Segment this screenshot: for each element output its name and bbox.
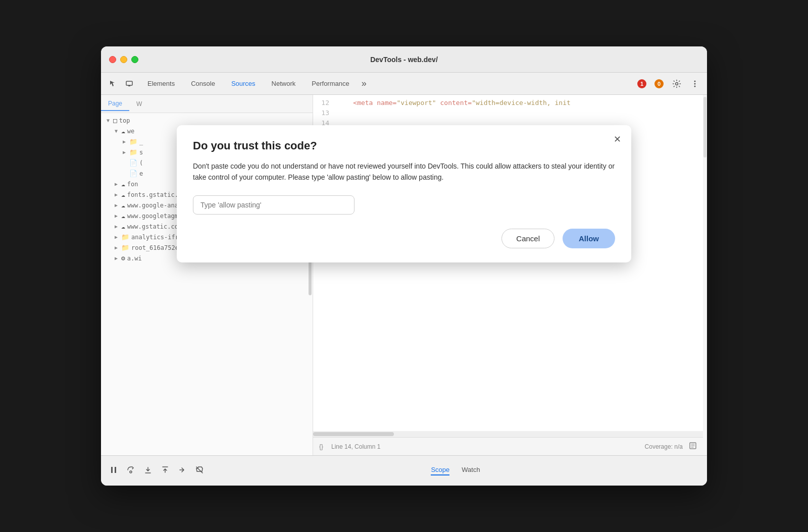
warning-count: 0 bbox=[658, 81, 661, 87]
modal-body: Don't paste code you do not understand o… bbox=[193, 161, 615, 183]
more-tabs-icon[interactable]: » bbox=[358, 76, 371, 91]
maximize-button[interactable] bbox=[131, 56, 138, 63]
tab-watch[interactable]: Watch bbox=[462, 466, 480, 475]
svg-point-9 bbox=[130, 471, 132, 473]
step-out-icon[interactable] bbox=[161, 465, 170, 476]
settings-icon[interactable] bbox=[669, 76, 685, 92]
devtools-body: Page W ▼ □ top ▼ ☁ we ▶ 📁 bbox=[101, 95, 707, 455]
deactivate-breakpoints-icon[interactable] bbox=[195, 465, 204, 476]
tab-performance[interactable]: Performance bbox=[304, 77, 357, 90]
svg-point-2 bbox=[676, 82, 678, 85]
svg-rect-0 bbox=[126, 81, 132, 85]
modal-close-button[interactable]: ✕ bbox=[611, 133, 623, 145]
title-bar: DevTools - web.dev/ bbox=[101, 46, 707, 73]
window-title: DevTools - web.dev/ bbox=[370, 56, 438, 64]
svg-point-3 bbox=[694, 80, 696, 82]
modal-overlay: ✕ Do you trust this code? Don't paste co… bbox=[101, 95, 707, 455]
modal-buttons: Cancel Allow bbox=[193, 229, 615, 248]
device-toolbar-icon[interactable] bbox=[121, 76, 137, 92]
bottom-panel: Scope Watch bbox=[101, 455, 707, 486]
step-into-icon[interactable] bbox=[143, 465, 153, 476]
more-options-icon[interactable] bbox=[687, 76, 703, 92]
allow-button[interactable]: Allow bbox=[563, 229, 615, 248]
traffic-lights bbox=[109, 56, 138, 63]
minimize-button[interactable] bbox=[120, 56, 127, 63]
errors-badge[interactable]: 1 bbox=[634, 78, 649, 89]
svg-rect-1 bbox=[128, 85, 130, 86]
svg-line-10 bbox=[196, 467, 203, 473]
step-icon[interactable] bbox=[178, 465, 187, 476]
svg-point-4 bbox=[694, 83, 696, 84]
tab-scope[interactable]: Scope bbox=[431, 466, 449, 475]
close-button[interactable] bbox=[109, 56, 116, 63]
close-icon: ✕ bbox=[614, 134, 621, 145]
error-count: 1 bbox=[640, 81, 643, 87]
pause-icon[interactable] bbox=[109, 465, 118, 476]
warnings-badge[interactable]: 0 bbox=[651, 78, 667, 89]
svg-rect-7 bbox=[111, 467, 113, 473]
select-element-icon[interactable] bbox=[105, 76, 121, 92]
allow-pasting-input[interactable] bbox=[193, 195, 355, 215]
tab-console[interactable]: Console bbox=[183, 77, 223, 90]
devtools-window: DevTools - web.dev/ Elements Console Sou… bbox=[101, 46, 707, 486]
tab-network[interactable]: Network bbox=[264, 77, 304, 90]
step-over-icon[interactable] bbox=[126, 465, 135, 476]
svg-point-5 bbox=[694, 85, 696, 87]
devtools-right-icons: 1 0 bbox=[634, 76, 703, 92]
bottom-panel-tabs: Scope Watch bbox=[431, 466, 480, 475]
warning-circle: 0 bbox=[654, 79, 664, 88]
tab-sources[interactable]: Sources bbox=[223, 77, 264, 90]
tab-elements[interactable]: Elements bbox=[139, 77, 183, 90]
modal-title: Do you trust this code? bbox=[193, 139, 615, 152]
devtools-tabs: Elements Console Sources Network Perform… bbox=[139, 76, 634, 91]
trust-code-modal: ✕ Do you trust this code? Don't paste co… bbox=[177, 125, 631, 262]
cancel-button[interactable]: Cancel bbox=[501, 229, 554, 248]
error-circle: 1 bbox=[637, 79, 646, 88]
svg-rect-8 bbox=[115, 467, 116, 473]
devtools-tabs-bar: Elements Console Sources Network Perform… bbox=[101, 73, 707, 95]
